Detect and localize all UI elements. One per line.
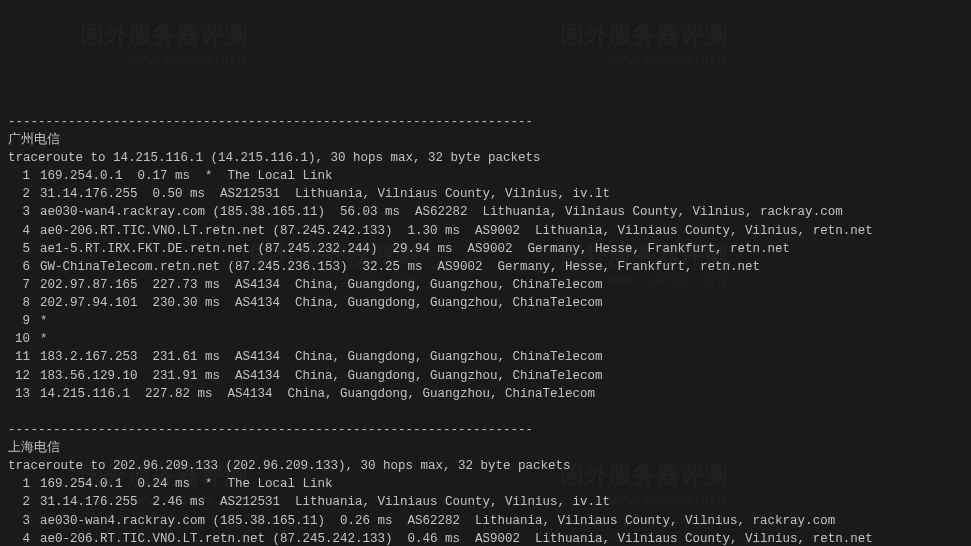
hop-details: ae030-wan4.rackray.com (185.38.165.11) 5… — [40, 203, 843, 221]
hop-details: ae0-206.RT.TIC.VNO.LT.retn.net (87.245.2… — [40, 530, 873, 546]
hop-number: 4 — [8, 222, 30, 240]
hop-row: 12183.56.129.10 231.91 ms AS4134 China, … — [8, 367, 963, 385]
divider: ----------------------------------------… — [8, 421, 963, 439]
hop-row: 1169.254.0.1 0.17 ms * The Local Link — [8, 167, 963, 185]
hop-row: 5ae1-5.RT.IRX.FKT.DE.retn.net (87.245.23… — [8, 240, 963, 258]
hop-row: 6GW-ChinaTelecom.retn.net (87.245.236.15… — [8, 258, 963, 276]
hop-details: 183.56.129.10 231.91 ms AS4134 China, Gu… — [40, 367, 603, 385]
hop-row: 11183.2.167.253 231.61 ms AS4134 China, … — [8, 348, 963, 366]
hop-number: 6 — [8, 258, 30, 276]
hop-row: 8202.97.94.101 230.30 ms AS4134 China, G… — [8, 294, 963, 312]
hop-details: 169.254.0.1 0.24 ms * The Local Link — [40, 475, 333, 493]
hop-details: ae1-5.RT.IRX.FKT.DE.retn.net (87.245.232… — [40, 240, 790, 258]
hop-number: 5 — [8, 240, 30, 258]
hop-row: 231.14.176.255 2.46 ms AS212531 Lithuani… — [8, 493, 963, 511]
hop-details: * — [40, 312, 48, 330]
hop-number: 11 — [8, 348, 30, 366]
hop-row: 1169.254.0.1 0.24 ms * The Local Link — [8, 475, 963, 493]
hop-number: 7 — [8, 276, 30, 294]
hop-details: 31.14.176.255 0.50 ms AS212531 Lithuania… — [40, 185, 610, 203]
section-title: 上海电信 — [8, 439, 963, 457]
hop-number: 3 — [8, 203, 30, 221]
hop-number: 2 — [8, 493, 30, 511]
hop-details: ae0-206.RT.TIC.VNO.LT.retn.net (87.245.2… — [40, 222, 873, 240]
hop-row: 3ae030-wan4.rackray.com (185.38.165.11) … — [8, 512, 963, 530]
hop-details: * — [40, 330, 48, 348]
hop-number: 10 — [8, 330, 30, 348]
hop-number: 13 — [8, 385, 30, 403]
hop-details: 183.2.167.253 231.61 ms AS4134 China, Gu… — [40, 348, 603, 366]
hop-number: 12 — [8, 367, 30, 385]
hop-number: 9 — [8, 312, 30, 330]
hop-row: 9* — [8, 312, 963, 330]
hop-row: 1314.215.116.1 227.82 ms AS4134 China, G… — [8, 385, 963, 403]
watermark-url: -www.idcspy.org- — [120, 50, 254, 70]
hop-number: 4 — [8, 530, 30, 546]
hop-details: 202.97.94.101 230.30 ms AS4134 China, Gu… — [40, 294, 603, 312]
hop-row: 10* — [8, 330, 963, 348]
hop-details: 14.215.116.1 227.82 ms AS4134 China, Gua… — [40, 385, 595, 403]
hop-row: 3ae030-wan4.rackray.com (185.38.165.11) … — [8, 203, 963, 221]
hop-number: 2 — [8, 185, 30, 203]
blank-line — [8, 403, 963, 421]
watermark-text: 国外服务器评测 — [80, 20, 248, 55]
hop-number: 3 — [8, 512, 30, 530]
divider: ----------------------------------------… — [8, 113, 963, 131]
terminal-output: ----------------------------------------… — [8, 113, 963, 546]
hop-details: 169.254.0.1 0.17 ms * The Local Link — [40, 167, 333, 185]
hop-details: 31.14.176.255 2.46 ms AS212531 Lithuania… — [40, 493, 610, 511]
hop-details: GW-ChinaTelecom.retn.net (87.245.236.153… — [40, 258, 760, 276]
traceroute-header: traceroute to 14.215.116.1 (14.215.116.1… — [8, 149, 963, 167]
traceroute-header: traceroute to 202.96.209.133 (202.96.209… — [8, 457, 963, 475]
hop-row: 231.14.176.255 0.50 ms AS212531 Lithuani… — [8, 185, 963, 203]
hop-number: 1 — [8, 475, 30, 493]
hop-row: 7202.97.87.165 227.73 ms AS4134 China, G… — [8, 276, 963, 294]
hop-row: 4ae0-206.RT.TIC.VNO.LT.retn.net (87.245.… — [8, 222, 963, 240]
hop-row: 4ae0-206.RT.TIC.VNO.LT.retn.net (87.245.… — [8, 530, 963, 546]
hop-number: 8 — [8, 294, 30, 312]
watermark-url: -www.idcspy.org- — [600, 50, 734, 70]
hop-details: ae030-wan4.rackray.com (185.38.165.11) 0… — [40, 512, 835, 530]
section-title: 广州电信 — [8, 131, 963, 149]
hop-details: 202.97.87.165 227.73 ms AS4134 China, Gu… — [40, 276, 603, 294]
watermark-text: 国外服务器评测 — [560, 20, 728, 55]
hop-number: 1 — [8, 167, 30, 185]
